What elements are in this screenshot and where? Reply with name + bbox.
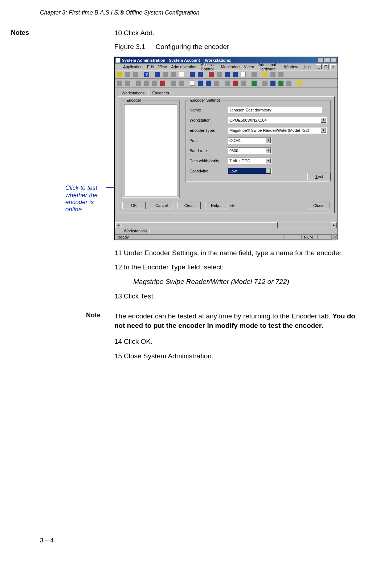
encoder-list[interactable] (124, 104, 177, 196)
chevron-down-icon[interactable]: ▼ (266, 138, 271, 143)
horizontal-scrollbar[interactable]: ◄ ► (115, 222, 337, 228)
chapter-header: Chapter 3: First-time B.A.S.I.S.® Offlin… (40, 9, 200, 16)
label-coercivity: Coercivity: (189, 169, 228, 173)
toolbar-icon[interactable] (285, 80, 293, 87)
label-encoder-type: Encoder Type: (189, 128, 228, 133)
toolbar-icon[interactable] (232, 80, 239, 87)
toolbar-icon[interactable] (269, 71, 277, 78)
coercivity-select[interactable]: Low▼ (228, 168, 271, 174)
toolbar-icon[interactable] (170, 80, 177, 87)
chevron-down-icon[interactable]: ▼ (321, 128, 326, 133)
minimize-button[interactable]: _ (318, 58, 324, 63)
toolbar-icon[interactable] (159, 80, 166, 87)
port-select[interactable]: COM1▼ (228, 137, 271, 144)
toolbar-icon[interactable] (296, 80, 303, 87)
toolbar-icon[interactable] (151, 80, 158, 87)
encoder-type-select[interactable]: Magstripe® Swipe Reader/Writer(Model 722… (228, 127, 327, 134)
toolbar-icon[interactable] (124, 80, 131, 87)
monitor-icon (118, 229, 122, 233)
toolbar-icon[interactable] (269, 80, 277, 87)
maximize-button[interactable]: □ (324, 58, 330, 63)
toolbar-icon[interactable] (197, 80, 204, 87)
test-button[interactable]: TTestest (307, 173, 331, 180)
chevron-down-icon[interactable]: ▼ (266, 168, 271, 174)
menu-window[interactable]: Window (284, 65, 298, 69)
toolbar-icon[interactable] (170, 71, 177, 78)
toolbar-icon[interactable] (189, 71, 196, 78)
toolbar-icon[interactable] (232, 71, 239, 78)
step-11: 11Under Encoder Settings, in the name fi… (114, 248, 361, 258)
toolbar-icon[interactable] (116, 80, 123, 87)
menu-additional-hardware[interactable]: Additional Hardware (258, 62, 279, 71)
toolbar-icon[interactable] (124, 71, 131, 78)
name-input[interactable]: Johnson East dormitory (228, 107, 322, 113)
status-cell (317, 235, 332, 240)
menu-monitoring[interactable]: Monitoring (221, 65, 240, 69)
chevron-down-icon[interactable]: ▼ (321, 118, 326, 123)
toolbar-icon[interactable] (216, 71, 223, 78)
toolbar-icon[interactable] (261, 71, 269, 78)
menu-video[interactable]: Video (244, 65, 254, 69)
chevron-down-icon[interactable]: ▼ (266, 158, 271, 163)
ok-button[interactable]: OK (122, 202, 146, 209)
mdi-minimize-button[interactable]: _ (316, 64, 322, 69)
toolbar-icon[interactable] (154, 71, 161, 78)
close-window-button[interactable]: × (331, 58, 337, 63)
scroll-left-icon[interactable]: ◄ (115, 222, 121, 228)
menu-view[interactable]: View (158, 65, 167, 69)
toolbar-icon[interactable] (250, 80, 258, 87)
app-icon-small[interactable] (116, 65, 119, 69)
toolbar-icon[interactable] (208, 71, 215, 78)
window-title: System Administration - System Account -… (122, 58, 232, 62)
help-button[interactable]: Help... (205, 202, 228, 209)
resize-grip-icon[interactable] (332, 235, 338, 240)
toolbar-icon[interactable] (116, 71, 123, 78)
encoder-group: Encoder (122, 100, 180, 198)
parity-select[interactable]: 7 bit + ODD▼ (228, 158, 271, 164)
menu-application[interactable]: AApplicationpplication (123, 65, 143, 69)
menu-administration[interactable]: Administration (171, 65, 197, 69)
toolbar-icon[interactable] (189, 80, 196, 87)
scroll-thumb[interactable] (122, 222, 278, 228)
menu-edit[interactable]: Edit (147, 65, 154, 69)
step-text: In the Encoder Type field, select: (124, 263, 224, 271)
chevron-down-icon[interactable]: ▼ (266, 148, 271, 153)
toolbar-icon[interactable] (224, 80, 231, 87)
toolbar-icon[interactable] (213, 80, 220, 87)
toolbar-icon[interactable] (197, 71, 204, 78)
toolbar-icon[interactable] (143, 80, 150, 87)
toolbar-icon[interactable] (132, 71, 139, 78)
baud-select[interactable]: 9600▼ (228, 147, 271, 154)
toolbar-icon[interactable] (224, 71, 231, 78)
toolbar-icon[interactable] (205, 80, 212, 87)
step-num: 15 (114, 351, 124, 361)
tab-encoders[interactable]: Encoders (148, 90, 173, 96)
tab-workstations[interactable]: Workstations (118, 90, 148, 96)
toolbar-icon[interactable] (135, 80, 142, 87)
encoder-type-value: Magstripe® Swipe Reader/Writer(Model 722… (229, 128, 309, 133)
toolbar-icon[interactable] (240, 71, 247, 78)
note-post: . (322, 322, 323, 329)
close-button[interactable]: Close (307, 202, 330, 209)
toolbar-icon[interactable] (178, 80, 185, 87)
toolbar-icon[interactable] (250, 71, 258, 78)
scroll-right-icon[interactable]: ► (331, 222, 337, 228)
toolbar-icon[interactable] (240, 80, 247, 87)
note-pre: The encoder can be tested at any time by… (114, 312, 332, 320)
title-bar[interactable]: System Administration - System Account -… (115, 57, 338, 64)
mdi-restore-button[interactable]: ❐ (323, 64, 329, 69)
toolbar-help-icon[interactable]: ? (143, 71, 150, 78)
step-text: Click OK. (124, 338, 152, 345)
workstation-select[interactable]: CPQE500WIN2K104▼ (228, 117, 327, 123)
toolbar-icon[interactable] (178, 71, 185, 78)
toolbar-icon[interactable] (277, 80, 285, 87)
menu-access-control[interactable]: Access Control (201, 62, 216, 71)
clear-button[interactable]: Clear (177, 202, 201, 209)
toolbar-icon[interactable] (162, 71, 169, 78)
menu-help[interactable]: Help (302, 65, 311, 69)
mdi-close-button[interactable]: × (330, 64, 336, 69)
taskbar-item-workstations[interactable]: Workstations (115, 228, 150, 234)
toolbar-icon[interactable] (261, 80, 269, 87)
cancel-button[interactable]: Cancel (150, 202, 173, 209)
toolbar-icon[interactable] (277, 71, 285, 78)
